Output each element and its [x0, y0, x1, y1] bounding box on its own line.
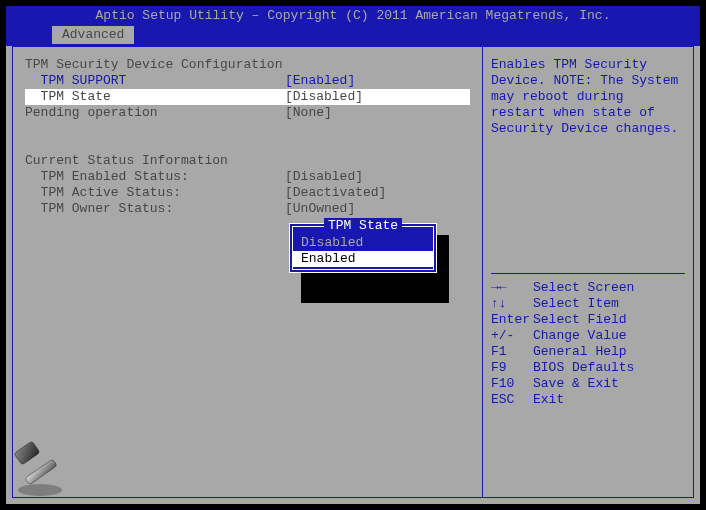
section-header: TPM Security Device Configuration — [25, 57, 470, 73]
status-enabled-label: TPM Enabled Status: — [25, 169, 285, 185]
popup-option-enabled[interactable]: Enabled — [293, 251, 433, 267]
tpm-state-value: [Disabled] — [285, 89, 470, 105]
key-select-screen: →←Select Screen — [491, 280, 685, 296]
tpm-state-label: TPM State — [25, 89, 285, 105]
hammer-icon — [12, 438, 72, 498]
status-active: TPM Active Status: [Deactivated] — [25, 185, 470, 201]
status-header: Current Status Information — [25, 153, 470, 169]
pending-op-value: [None] — [285, 105, 470, 121]
popup-tpm-state[interactable]: TPM State Disabled Enabled — [289, 223, 437, 273]
tpm-support-value: [Enabled] — [285, 73, 470, 89]
status-enabled-value: [Disabled] — [285, 169, 470, 185]
svg-rect-1 — [25, 459, 57, 485]
help-divider — [491, 273, 685, 274]
status-enabled: TPM Enabled Status: [Disabled] — [25, 169, 470, 185]
right-panel: Enables TPM Security Device. NOTE: The S… — [483, 47, 693, 497]
title-bar: Aptio Setup Utility – Copyright (C) 2011… — [6, 6, 700, 26]
popup-title: TPM State — [293, 219, 433, 235]
key-select-field: EnterSelect Field — [491, 312, 685, 328]
popup-option-disabled[interactable]: Disabled — [293, 235, 433, 251]
tab-row: Advanced — [6, 26, 700, 46]
tab-advanced[interactable]: Advanced — [52, 26, 134, 44]
left-panel: TPM Security Device Configuration TPM SU… — [13, 47, 483, 497]
status-active-label: TPM Active Status: — [25, 185, 285, 201]
status-owner: TPM Owner Status: [UnOwned] — [25, 201, 470, 217]
item-tpm-support[interactable]: TPM SUPPORT [Enabled] — [25, 73, 470, 89]
key-legend: →←Select Screen ↑↓Select Item EnterSelec… — [491, 280, 685, 408]
section-header-text: TPM Security Device Configuration — [25, 57, 285, 73]
help-text: Enables TPM Security Device. NOTE: The S… — [491, 57, 685, 137]
key-exit: ESCExit — [491, 392, 685, 408]
pending-op-label: Pending operation — [25, 105, 285, 121]
bios-window: Aptio Setup Utility – Copyright (C) 2011… — [6, 6, 700, 504]
key-save-exit: F10Save & Exit — [491, 376, 685, 392]
svg-rect-2 — [14, 441, 40, 465]
tpm-support-label: TPM SUPPORT — [25, 73, 285, 89]
key-change-value: +/-Change Value — [491, 328, 685, 344]
svg-point-0 — [18, 484, 62, 496]
key-general-help: F1General Help — [491, 344, 685, 360]
status-owner-label: TPM Owner Status: — [25, 201, 285, 217]
key-bios-defaults: F9BIOS Defaults — [491, 360, 685, 376]
status-header-text: Current Status Information — [25, 153, 285, 169]
item-pending-operation[interactable]: Pending operation [None] — [25, 105, 470, 121]
status-active-value: [Deactivated] — [285, 185, 470, 201]
item-tpm-state[interactable]: TPM State [Disabled] — [25, 89, 470, 105]
key-select-item: ↑↓Select Item — [491, 296, 685, 312]
main-frame: TPM Security Device Configuration TPM SU… — [12, 46, 694, 498]
status-owner-value: [UnOwned] — [285, 201, 470, 217]
